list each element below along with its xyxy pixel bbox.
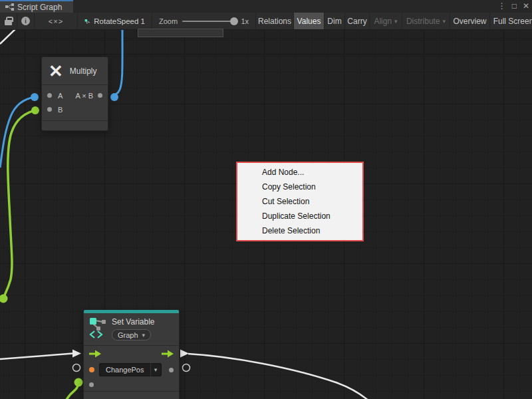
tab-label: Script Graph [17,3,62,12]
tab-script-graph[interactable]: Script Graph [0,0,73,13]
multiply-header: ✕ Multiply [42,57,108,84]
chevron-down-icon: ▾ [142,332,146,338]
connection-endpoint-green[interactable] [0,295,8,303]
variable-dropdown[interactable]: ChangePos ▾ [99,363,162,376]
zoom-slider[interactable] [182,21,236,22]
carry-button[interactable]: Carry [345,13,370,29]
port-output-value[interactable] [169,368,174,372]
breadcrumb-rotatespeed[interactable]: RotateSpeed 1 [78,13,152,29]
zoom-value: 1x [241,17,249,25]
node-footer [42,121,108,129]
chevron-down-icon: ▾ [443,18,446,25]
scope-dropdown-label: Graph [118,331,138,339]
menu-item-copy-selection[interactable]: Copy Selection [237,180,362,194]
window-menu-icon[interactable]: ⋮ [498,0,506,13]
overview-button[interactable]: Overview [450,13,490,29]
wire-white-topleft [0,30,17,44]
values-button[interactable]: Values [294,13,325,29]
distribute-dropdown[interactable]: Distribute ▾ [402,13,450,29]
info-icon: i [21,17,30,25]
port-output-result[interactable] [98,93,102,98]
menu-item-duplicate-selection[interactable]: Duplicate Selection [237,209,362,223]
zoom-label: Zoom [159,17,178,25]
variable-dropdown-label: ChangePos [99,363,150,376]
code-preview-button[interactable]: <×> [35,13,78,29]
node-set-variable[interactable]: Set Variable Graph ▾ [83,310,180,399]
multiply-icon: ✕ [49,63,63,80]
breadcrumb-label: RotateSpeed 1 [94,17,145,25]
empty-text-field[interactable] [138,29,223,37]
graph-icon [5,3,14,11]
set-variable-icon [89,317,106,339]
tab-bar: Script Graph ⋮ □ ✕ [0,0,532,13]
menu-item-delete-selection[interactable]: Delete Selection [237,223,362,238]
node-title: Multiply [70,66,97,76]
relations-button[interactable]: Relations [256,13,294,29]
connection-endpoint-blue[interactable] [110,93,118,101]
menu-item-cut-selection[interactable]: Cut Selection [237,194,362,209]
unconnected-port-circle[interactable] [183,364,190,372]
code-icon: <×> [49,17,63,25]
close-icon[interactable]: ✕ [523,0,529,13]
chevron-down-icon: ▾ [394,18,398,25]
port-label-a: A [58,92,63,100]
wire-green-left [3,110,35,299]
wire-blue-right [114,30,122,97]
node-title: Set Variable [112,317,154,327]
control-flow-arrowhead [72,350,81,358]
wire-blue-left [0,97,35,168]
node-footer [84,392,179,399]
port-input-a[interactable] [47,93,52,98]
context-menu: Add Node... Copy Selection Cut Selection… [236,162,364,241]
align-dropdown[interactable]: Align ▾ [370,13,402,29]
port-input-value[interactable] [89,367,94,372]
info-button[interactable]: i [17,13,35,29]
wire-white-into-setvariable [0,354,72,360]
set-variable-header: Set Variable Graph ▾ [84,313,179,345]
full-screen-button[interactable]: Full Screen [490,13,532,29]
dim-button[interactable]: Dim [325,13,345,29]
port-input-b[interactable] [47,107,52,112]
port-input-extra[interactable] [89,382,94,387]
zoom-slider-handle[interactable] [230,17,238,25]
unity-script-graph-window: Script Graph ⋮ □ ✕ i <×> RotateSpeed 1 [0,0,532,399]
lock-button[interactable] [0,13,17,29]
wire-green-bottom [65,382,78,399]
connection-endpoint-green[interactable] [74,378,83,387]
lock-icon [5,20,12,25]
connection-endpoint-green[interactable] [31,106,39,114]
graph-toolbar: i <×> RotateSpeed 1 Zoom 1x Relations Va… [0,13,532,30]
menu-item-add-node[interactable]: Add Node... [237,165,362,180]
scope-dropdown[interactable]: Graph ▾ [112,329,151,340]
control-input-port[interactable] [89,350,101,358]
wire-white-out-setvariable [188,354,369,399]
unconnected-port-circle[interactable] [73,364,80,372]
distribute-label: Distribute [406,17,440,26]
control-flow-arrowhead [180,350,189,358]
port-label-b: B [58,106,63,114]
port-label-result: A × B [75,92,93,100]
align-label: Align [374,17,392,26]
zoom-control: Zoom 1x [152,13,256,29]
graph-node-icon [84,17,90,25]
connection-endpoint-blue[interactable] [31,93,39,101]
control-output-port[interactable] [162,350,174,358]
node-multiply[interactable]: ✕ Multiply A A × B B [41,57,108,131]
window-controls: ⋮ □ ✕ [498,0,529,13]
variable-dropdown-arrow[interactable]: ▾ [150,363,162,376]
maximize-icon[interactable]: □ [512,0,517,13]
